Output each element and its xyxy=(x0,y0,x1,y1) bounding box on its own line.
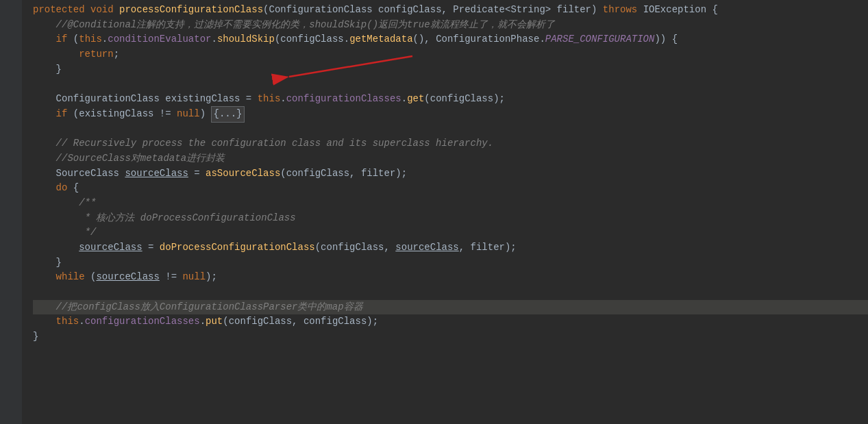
code-line: protected void processConfigurationClass… xyxy=(33,3,868,18)
code-token: 对metadata进行封装 xyxy=(131,151,225,166)
code-token: do xyxy=(56,181,68,196)
code-token: /** xyxy=(79,196,96,211)
code-token: . xyxy=(200,314,206,329)
code-token: throws xyxy=(603,3,643,18)
code-token: > xyxy=(545,3,551,18)
line-number xyxy=(0,196,18,211)
code-token: , filter); xyxy=(459,240,517,255)
line-number xyxy=(0,181,18,196)
code-token: (configClass. xyxy=(275,32,349,47)
code-token: ( xyxy=(263,3,269,18)
line-number xyxy=(0,285,18,300)
code-token: sourceClass xyxy=(125,166,188,182)
code-token: while xyxy=(56,270,85,285)
code-token xyxy=(33,270,56,285)
code-token: configurationClasses xyxy=(286,92,401,107)
code-token: . xyxy=(102,32,108,47)
line-number xyxy=(0,211,18,226)
code-token: doProcessConfigurationClass xyxy=(160,240,315,255)
code-line: */ xyxy=(33,225,868,240)
code-token: filter) xyxy=(551,3,603,18)
code-token: String xyxy=(510,3,545,18)
code-line xyxy=(33,77,868,92)
code-line: // Recursively process the configuration… xyxy=(33,136,868,151)
code-token: . xyxy=(280,92,286,107)
code-line: } xyxy=(33,329,868,345)
code-token xyxy=(33,211,85,226)
code-token: null xyxy=(177,107,200,122)
code-token: ) xyxy=(200,107,212,122)
code-line: do { xyxy=(33,181,868,196)
line-number xyxy=(0,270,18,285)
code-container: protected void processConfigurationClass… xyxy=(0,0,868,424)
code-token: Predicate xyxy=(453,3,505,18)
line-number xyxy=(0,77,18,92)
code-token: ( xyxy=(85,270,97,285)
code-token xyxy=(33,18,56,33)
code-token: if xyxy=(56,32,68,47)
code-token: = xyxy=(240,92,257,107)
code-token: if xyxy=(56,107,68,122)
code-line: if (this.conditionEvaluator.shouldSkip(c… xyxy=(33,32,868,47)
code-token: SourceClass xyxy=(33,166,125,182)
code-line: //把configClass放入ConfigurationClassParser… xyxy=(33,300,868,315)
line-number xyxy=(0,314,18,329)
code-token xyxy=(33,47,79,62)
code-line: while (sourceClass != null); xyxy=(33,270,868,285)
code-token xyxy=(33,196,79,211)
code-token xyxy=(33,314,56,329)
code-token: . xyxy=(401,92,407,107)
line-number xyxy=(0,300,18,315)
line-number xyxy=(0,62,18,77)
code-token: conditionEvaluator xyxy=(108,32,211,47)
line-number xyxy=(0,136,18,151)
code-token: } xyxy=(33,62,62,77)
line-number xyxy=(0,92,18,107)
code-token: //@Conditional xyxy=(56,18,137,33)
code-token: != xyxy=(160,270,183,285)
code-token: // Recursively process the configuration… xyxy=(56,136,494,151)
code-token: (configClass); xyxy=(424,92,505,107)
line-number xyxy=(0,3,18,18)
line-number xyxy=(0,151,18,166)
code-token: put xyxy=(206,314,223,329)
code-line xyxy=(33,122,868,137)
line-number xyxy=(0,107,18,122)
code-token: ConfigurationClass xyxy=(33,92,165,107)
code-token: sourceClass xyxy=(96,270,159,285)
code-token: )) { xyxy=(654,32,678,47)
code-token: //SourceClass xyxy=(56,151,131,166)
code-token xyxy=(33,240,79,255)
code-token: ( xyxy=(67,32,79,47)
code-token: sourceClass xyxy=(79,240,142,255)
code-token: } xyxy=(33,255,62,271)
code-token: ConfigurationClass xyxy=(269,3,372,18)
code-token: protected xyxy=(33,3,90,18)
code-token: . xyxy=(79,314,84,329)
code-token: asSourceClass xyxy=(206,166,280,182)
code-token: (configClass, filter); xyxy=(280,166,407,182)
code-token: PARSE_CONFIGURATION xyxy=(545,32,655,47)
code-token xyxy=(33,107,56,122)
code-token: processConfigurationClass xyxy=(119,3,263,18)
code-token xyxy=(33,151,56,166)
code-token: (configClass, configClass); xyxy=(223,314,378,329)
code-token: . xyxy=(211,32,216,47)
code-token: this xyxy=(258,92,281,107)
code-token xyxy=(33,225,85,240)
code-token: configClass, xyxy=(373,3,454,18)
code-token: this xyxy=(56,314,79,329)
code-token: getMetadata xyxy=(349,32,412,47)
line-number xyxy=(0,255,18,271)
code-token: (existingClass != xyxy=(67,107,177,122)
code-token: ); xyxy=(206,270,217,285)
code-token: * 核心方法 doProcessConfigurationClass xyxy=(85,211,296,226)
code-line: //@Conditional注解的支持，过滤掉不需要实例化的类，shouldSk… xyxy=(33,18,868,33)
line-numbers xyxy=(0,0,22,424)
code-area[interactable]: protected void processConfigurationClass… xyxy=(22,0,868,424)
code-token: return xyxy=(79,47,113,62)
code-line: if (existingClass != null) {...} xyxy=(33,107,868,122)
code-line: } xyxy=(33,62,868,77)
code-line: return; xyxy=(33,47,868,62)
code-token: { xyxy=(67,181,79,196)
